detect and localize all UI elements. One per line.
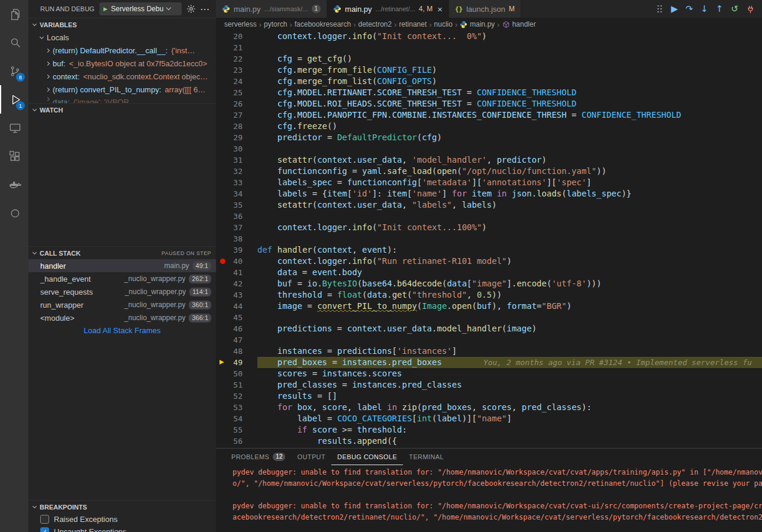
code-text[interactable]: threshold = float(data.get("threshold", … (257, 289, 762, 301)
code-text[interactable]: predictions = context.user_data.model_ha… (257, 323, 762, 334)
code-line-31[interactable]: 31 setattr(context.user_data, 'model_han… (216, 154, 762, 166)
code-text[interactable]: results.append({ (257, 436, 762, 447)
activity-docker[interactable] (0, 170, 28, 199)
gutter[interactable]: 35 (216, 199, 257, 211)
gutter[interactable]: 29 (216, 132, 257, 143)
variable-row[interactable]: context:<nuclio_sdk.context.Context obje… (28, 70, 216, 83)
gear-icon[interactable] (186, 4, 196, 14)
breadcrumb-item-pytorch[interactable]: pytorch (264, 20, 287, 28)
code-text[interactable]: if score >= threshold: (257, 424, 762, 436)
code-text[interactable]: context.logger.info("Run retinanet-R101 … (257, 256, 762, 267)
stack-frame-row[interactable]: handlermain.py49:1 (28, 259, 216, 272)
code-line-50[interactable]: 50 scores = instances.scores (216, 368, 762, 379)
code-line-42[interactable]: 42 buf = io.BytesIO(base64.b64decode(dat… (216, 278, 762, 289)
code-line-52[interactable]: 52 results = [] (216, 391, 762, 402)
activity-explorer[interactable] (0, 0, 28, 28)
checkbox[interactable] (40, 515, 49, 524)
code-text[interactable]: instances = predictions['instances'] (257, 346, 762, 357)
scope-locals[interactable]: Locals (28, 31, 216, 44)
code-text[interactable]: cfg.merge_from_list(CONFIG_OPTS) (257, 76, 762, 87)
more-actions-icon[interactable]: ··· (201, 5, 210, 14)
code-text[interactable]: cfg.freeze() (257, 121, 762, 132)
code-text[interactable] (257, 312, 762, 323)
code-text[interactable]: results = [] (257, 391, 762, 402)
code-text[interactable] (257, 42, 762, 53)
call-stack-section-header[interactable]: CALL STACK PAUSED ON STEP (28, 246, 216, 259)
code-line-34[interactable]: 34 labels = {item['id']: item['name'] fo… (216, 188, 762, 199)
gutter[interactable]: 50 (216, 368, 257, 379)
breakpoint-row[interactable]: Raised Exceptions (28, 513, 216, 525)
launch-config-select[interactable]: ▶ Serverless Debu (99, 2, 182, 15)
code-line-56[interactable]: 56 results.append({ (216, 436, 762, 447)
panel-tab-problems[interactable]: PROBLEMS12 (225, 449, 291, 465)
code-line-24[interactable]: 24 cfg.merge_from_list(CONFIG_OPTS) (216, 76, 762, 87)
step-into-icon[interactable]: ↓ (700, 5, 708, 14)
gutter[interactable]: 20 (216, 31, 257, 42)
step-out-icon[interactable]: ↑ (716, 5, 724, 14)
gutter[interactable]: 21 (216, 42, 257, 53)
code-line-36[interactable]: 36 (216, 211, 762, 222)
gutter[interactable]: 52 (216, 391, 257, 402)
breadcrumb-item-handler[interactable]: handler (502, 20, 536, 28)
gutter[interactable]: 26 (216, 98, 257, 109)
breadcrumb-item-nuclio[interactable]: nuclio (434, 20, 453, 28)
code-text[interactable]: pred_boxes = instances.pred_boxesYou, 2 … (257, 357, 762, 368)
code-line-55[interactable]: 55 if score >= threshold: (216, 424, 762, 436)
code-text[interactable]: def handler(context, event): (257, 244, 762, 256)
gutter[interactable]: 40 (216, 256, 257, 267)
code-text[interactable]: data = event.body (257, 267, 762, 278)
code-line-37[interactable]: 37 context.logger.info("Init context...1… (216, 222, 762, 233)
gutter[interactable]: 30 (216, 143, 257, 154)
stack-frame-row[interactable]: <module>_nuclio_wrapper.py366:1 (28, 311, 216, 324)
code-line-46[interactable]: 46 predictions = context.user_data.model… (216, 323, 762, 334)
code-line-26[interactable]: 26 cfg.MODEL.ROI_HEADS.SCORE_THRESH_TEST… (216, 98, 762, 109)
continue-icon[interactable]: ▶ (671, 5, 678, 14)
checkbox[interactable]: ✓ (40, 527, 49, 532)
code-line-44[interactable]: 44 image = convert_PIL_to_numpy(Image.op… (216, 301, 762, 312)
gutter[interactable]: 28 (216, 121, 257, 132)
stack-frame-row[interactable]: _handle_event_nuclio_wrapper.py262:1 (28, 272, 216, 285)
editor-tab[interactable]: main.py.../retinanet/...4, M× (327, 0, 449, 18)
code-line-20[interactable]: 20 context.logger.info("Init context... … (216, 31, 762, 42)
variable-row[interactable]: data:{'image': 'iVBOR… (28, 96, 216, 103)
stack-frame-row[interactable]: serve_requests_nuclio_wrapper.py114:1 (28, 285, 216, 298)
code-line-25[interactable]: 25 cfg.MODEL.RETINANET.SCORE_THRESH_TEST… (216, 87, 762, 98)
code-line-49[interactable]: 49 pred_boxes = instances.pred_boxesYou,… (216, 357, 762, 368)
panel-tab-terminal[interactable]: TERMINAL (403, 449, 450, 465)
code-text[interactable]: setattr(context.user_data, 'model_handle… (257, 154, 762, 166)
gutter[interactable]: 22 (216, 53, 257, 65)
variable-row[interactable]: (return) convert_PIL_to_numpy:array([[[ … (28, 83, 216, 96)
code-text[interactable]: functionconfig = yaml.safe_load(open("/o… (257, 166, 762, 177)
gutter[interactable]: 56 (216, 436, 257, 447)
code-line-33[interactable]: 33 labels_spec = functionconfig['metadat… (216, 177, 762, 188)
gutter[interactable]: 24 (216, 76, 257, 87)
step-over-icon[interactable]: ↷ (686, 5, 693, 14)
code-line-54[interactable]: 54 label = COCO_CATEGORIES[int(label)]["… (216, 413, 762, 424)
editor-tab[interactable]: {}launch.jsonM (449, 0, 521, 18)
code-line-30[interactable]: 30 (216, 143, 762, 154)
variable-row[interactable]: (return) DefaultPredictor.__call__:{'ins… (28, 44, 216, 57)
load-all-stack-frames-link[interactable]: Load All Stack Frames (28, 324, 216, 337)
code-text[interactable] (257, 143, 762, 154)
gutter[interactable]: 27 (216, 109, 257, 121)
gripper-icon[interactable] (657, 5, 662, 13)
code-line-41[interactable]: 41 data = event.body (216, 267, 762, 278)
code-text[interactable] (257, 334, 762, 346)
code-line-48[interactable]: 48 instances = predictions['instances'] (216, 346, 762, 357)
watch-section-header[interactable]: WATCH (28, 103, 216, 116)
breadcrumb-item-facebookresearch[interactable]: facebookresearch (295, 20, 351, 28)
code-text[interactable]: labels_spec = functionconfig['metadata']… (257, 177, 762, 188)
code-line-38[interactable]: 38 (216, 233, 762, 244)
activity-circle[interactable] (0, 199, 28, 227)
gutter[interactable]: 46 (216, 323, 257, 334)
code-line-47[interactable]: 47 (216, 334, 762, 346)
code-text[interactable]: cfg.MODEL.ROI_HEADS.SCORE_THRESH_TEST = … (257, 98, 762, 109)
gutter[interactable]: 47 (216, 334, 257, 346)
code-line-27[interactable]: 27 cfg.MODEL.PANOPTIC_FPN.COMBINE.INSTAN… (216, 109, 762, 121)
code-line-51[interactable]: 51 pred_classes = instances.pred_classes (216, 379, 762, 391)
breakpoint-row[interactable]: ✓Uncaught Exceptions (28, 525, 216, 532)
gutter[interactable]: 45 (216, 312, 257, 323)
code-line-29[interactable]: 29 predictor = DefaultPredictor(cfg) (216, 132, 762, 143)
gutter[interactable]: 51 (216, 379, 257, 391)
start-debugging-icon[interactable]: ▶ (104, 6, 108, 12)
